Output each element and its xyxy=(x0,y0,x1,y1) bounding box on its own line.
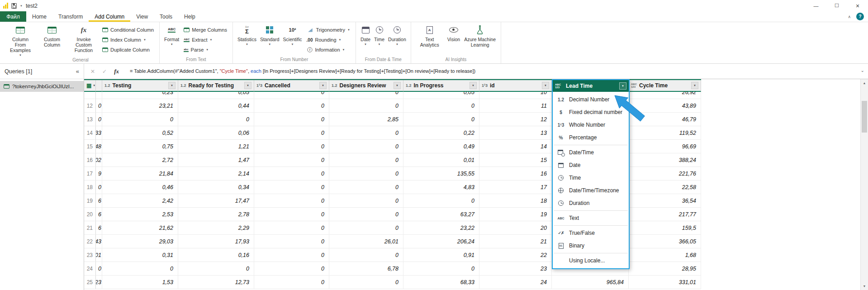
menu-item-duration[interactable]: Duration xyxy=(553,197,629,209)
extract-button[interactable]: ABC Extract ▼ xyxy=(181,35,230,44)
scroll-up-icon[interactable]: ▲ xyxy=(861,79,868,87)
cell[interactable]: 18 xyxy=(479,194,552,208)
cell[interactable]: 2,72 xyxy=(102,153,178,167)
cell[interactable]: 0 xyxy=(102,262,178,276)
cell[interactable]: 48 xyxy=(96,140,102,153)
index-column-button[interactable]: Index Column ▼ xyxy=(100,35,157,44)
help-icon[interactable]: ? xyxy=(856,13,864,20)
cell[interactable]: 1,47 xyxy=(178,153,254,167)
cell[interactable]: 0 xyxy=(329,167,403,181)
tab-view[interactable]: View xyxy=(130,11,154,22)
table-menu-button[interactable]: ▦▼ xyxy=(84,80,96,92)
column-header-id[interactable]: 1²3id▼ xyxy=(479,80,552,92)
vision-button[interactable]: Vision xyxy=(446,23,462,56)
cell[interactable]: 0 xyxy=(254,126,329,140)
cell[interactable]: 11 xyxy=(479,99,552,113)
cell[interactable]: 0 xyxy=(254,194,329,208)
cell[interactable]: 24 xyxy=(479,276,552,289)
cell[interactable]: 0 xyxy=(254,221,329,235)
cell[interactable]: 0 xyxy=(254,99,329,113)
cell[interactable]: 0 xyxy=(329,126,403,140)
tab-tools[interactable]: Tools xyxy=(154,11,178,22)
cell[interactable]: 0,05 xyxy=(178,92,254,99)
query-list-item[interactable]: ?token=eyJhbGciOiJIUzI... xyxy=(0,81,84,92)
cell[interactable]: 1,68 xyxy=(629,248,701,262)
cell[interactable]: 0,52 xyxy=(102,126,178,140)
cell[interactable]: 21,62 xyxy=(102,221,178,235)
filter-button[interactable]: ▼ xyxy=(168,82,175,89)
cell[interactable]: 0 xyxy=(254,208,329,221)
duration-button[interactable]: Duration ▼ xyxy=(386,23,408,56)
expand-formula-bar-icon[interactable]: ⌄ xyxy=(861,68,864,73)
scroll-down-icon[interactable]: ▼ xyxy=(861,282,868,290)
standard-button[interactable]: Standard ▼ xyxy=(258,23,281,56)
tab-transform[interactable]: Transform xyxy=(52,11,89,22)
cell[interactable]: 0 xyxy=(254,167,329,181)
cell[interactable]: 36,54 xyxy=(629,194,701,208)
tab-add-column[interactable]: Add Column xyxy=(89,11,130,22)
trigonometry-button[interactable]: Trigonometry ▼ xyxy=(304,25,353,34)
cell[interactable]: 0,23 xyxy=(102,92,178,99)
merge-columns-button[interactable]: Merge Columns xyxy=(181,25,230,34)
cell[interactable]: 0,34 xyxy=(178,181,254,194)
filter-button[interactable]: ▼ xyxy=(319,82,327,89)
cell[interactable]: 0,31 xyxy=(102,248,178,262)
column-header-ready-for-testing[interactable]: 1.2Ready for Testing▼ xyxy=(178,80,254,92)
cell[interactable]: 1,21 xyxy=(178,140,254,153)
column-header-cancelled[interactable]: 1²3Cancelled▼ xyxy=(254,80,329,92)
cell[interactable]: 28,95 xyxy=(629,262,701,276)
cell[interactable]: 0 xyxy=(96,113,102,126)
cell[interactable]: 02 xyxy=(96,153,102,167)
minimize-button[interactable]: — xyxy=(806,0,826,11)
cell[interactable]: 17,47 xyxy=(178,194,254,208)
filter-button[interactable]: ▼ xyxy=(691,82,698,89)
information-button[interactable]: i Information ▼ xyxy=(304,45,353,54)
cell[interactable]: 43 xyxy=(96,235,102,248)
cell[interactable]: 23 xyxy=(479,262,552,276)
cell[interactable]: 0 xyxy=(329,92,403,99)
cell[interactable]: 0 xyxy=(403,194,479,208)
cell[interactable]: 0,16 xyxy=(178,248,254,262)
custom-column-button[interactable]: Custom Column xyxy=(36,23,68,57)
cell[interactable]: 6 xyxy=(96,194,102,208)
cell[interactable]: 33 xyxy=(96,126,102,140)
tab-file[interactable]: Файл xyxy=(0,11,26,22)
rounding-button[interactable]: .00 Rounding ▼ xyxy=(304,35,353,44)
cell[interactable]: 0 xyxy=(254,248,329,262)
cell[interactable]: 0 xyxy=(102,113,178,126)
cell[interactable]: 0,44 xyxy=(178,99,254,113)
formula-input[interactable]: = Table.AddColumn(#"Added Custom1", "Cyc… xyxy=(125,68,475,74)
cell[interactable]: 20 xyxy=(479,221,552,235)
column-header-testing[interactable]: 1.2Testing▼ xyxy=(102,80,178,92)
commit-formula-icon[interactable]: ✓ xyxy=(102,68,107,75)
date-button[interactable]: Date ▼ xyxy=(359,23,372,56)
cell[interactable]: 68,33 xyxy=(403,276,479,289)
cell[interactable]: 0 xyxy=(329,194,403,208)
cell[interactable]: 0 xyxy=(403,262,479,276)
conditional-column-button[interactable]: Conditional Column xyxy=(100,25,157,34)
cell[interactable]: 10 xyxy=(479,92,552,99)
cell[interactable]: 0,06 xyxy=(178,126,254,140)
collapse-ribbon-icon[interactable]: ∧ xyxy=(848,14,851,19)
cell[interactable]: 0 xyxy=(329,99,403,113)
cell[interactable]: 2,14 xyxy=(178,167,254,181)
cell[interactable]: 2,85 xyxy=(329,113,403,126)
cell[interactable]: 23,22 xyxy=(403,221,479,235)
cell[interactable]: 2,42 xyxy=(102,194,178,208)
cell[interactable]: 0 xyxy=(254,153,329,167)
duplicate-column-button[interactable]: Duplicate Column xyxy=(100,45,157,54)
column-header-in-progress[interactable]: 1.2In Progress▼ xyxy=(403,80,479,92)
parse-button[interactable]: abc Parse ▼ xyxy=(181,45,230,54)
filter-button[interactable]: ▼ xyxy=(619,82,626,90)
cell[interactable]: 388,24 xyxy=(629,153,701,167)
cell[interactable]: 63,27 xyxy=(403,208,479,221)
cell[interactable]: 22 xyxy=(479,248,552,262)
cell[interactable]: 6 xyxy=(96,221,102,235)
cell[interactable]: 217,77 xyxy=(629,208,701,221)
column-header-cycle-time[interactable]: ABC123Cycle Time▼ xyxy=(629,80,701,92)
tab-help[interactable]: Help xyxy=(178,11,201,22)
cell[interactable]: 0 xyxy=(329,140,403,153)
cell[interactable]: 6,78 xyxy=(329,262,403,276)
cell[interactable]: 0 xyxy=(254,92,329,99)
menu-item-using-locale-[interactable]: Using Locale... xyxy=(553,254,629,267)
